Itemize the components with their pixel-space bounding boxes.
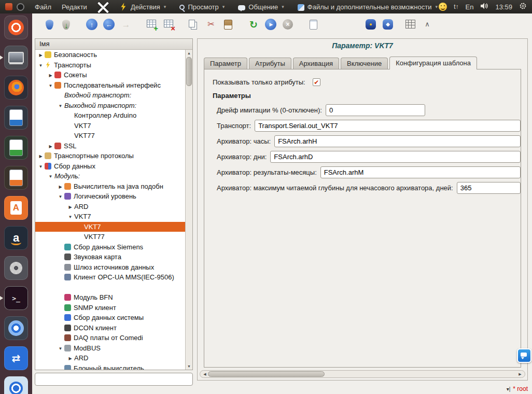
copy-item-icon[interactable]: [187, 18, 201, 31]
up-level-icon[interactable]: ↑: [85, 18, 99, 31]
tree-item[interactable]: ▼Модуль:: [35, 171, 186, 181]
delete-item-icon[interactable]: ×: [162, 18, 175, 31]
expander-icon[interactable]: ▼: [57, 192, 64, 202]
tab[interactable]: Архивация: [293, 58, 339, 69]
tree-item[interactable]: DCON клиент: [35, 323, 186, 333]
clear-icon[interactable]: [306, 18, 320, 31]
tree-item[interactable]: ▶Сокеты: [35, 70, 186, 80]
launcher-item-desktop[interactable]: [4, 46, 28, 69]
chat-bubble-icon[interactable]: [516, 347, 530, 367]
menu-file[interactable]: Файл: [35, 3, 51, 11]
scroll-left-icon[interactable]: ◀: [201, 371, 208, 377]
expander-icon[interactable]: ▼: [47, 172, 54, 182]
tree-item[interactable]: Звуковая карта: [35, 252, 186, 262]
launcher-item-software-center[interactable]: [4, 196, 28, 220]
horizontal-scrollbar[interactable]: ◀ ▶: [200, 370, 525, 378]
start-periodic-icon[interactable]: ▶: [264, 18, 277, 31]
expander-icon[interactable]: ▶: [37, 50, 45, 61]
menu-files-extra[interactable]: Файлы и дополнительные возможности▾: [298, 3, 438, 11]
module-icon-1[interactable]: ●: [364, 18, 377, 31]
tree-item[interactable]: ▼Сбор данных: [35, 161, 186, 172]
scroll-thumb[interactable]: [208, 371, 325, 377]
expander-icon[interactable]: ▶: [57, 182, 64, 192]
stop-periodic-icon[interactable]: ×: [281, 18, 295, 31]
field-input[interactable]: [255, 120, 521, 132]
tree-item[interactable]: Блочный вычислитель: [35, 363, 186, 370]
menu-view[interactable]: Просмотр▾: [179, 3, 225, 11]
launcher-item-firefox[interactable]: [4, 76, 28, 100]
scroll-thumb[interactable]: [186, 57, 192, 86]
window-indicator-icon[interactable]: [17, 3, 24, 11]
tree-item[interactable]: ▶Безопасность: [35, 50, 186, 60]
tree-item[interactable]: Сбор данных системы: [35, 313, 186, 323]
launcher-item-impress[interactable]: [4, 166, 28, 190]
tree-item[interactable]: Сбор данных Siemens: [35, 242, 186, 252]
table-view-icon[interactable]: [403, 17, 417, 31]
launcher-item-ubuntu[interactable]: [4, 16, 28, 39]
toolbar-collapse-icon[interactable]: ∧: [421, 17, 434, 31]
tree-item[interactable]: SNMP клиент: [35, 303, 186, 313]
expander-icon[interactable]: ▼: [37, 162, 45, 172]
expander-icon[interactable]: ▶: [47, 71, 54, 81]
window-app-icon[interactable]: [5, 3, 12, 10]
field-input[interactable]: [457, 182, 521, 194]
tree-item[interactable]: VKT77: [35, 131, 186, 141]
tree-item[interactable]: Шлюз источников данных: [35, 262, 186, 273]
expander-icon[interactable]: ▼: [47, 81, 54, 91]
menu-actions[interactable]: Действия▾: [119, 3, 166, 11]
tree-item[interactable]: VKT7: [35, 222, 186, 232]
launcher-item-calc[interactable]: [4, 136, 28, 160]
launcher-item-amazon[interactable]: [4, 226, 28, 250]
tree-item[interactable]: ▼Логический уровень: [35, 191, 186, 202]
attrs-only-checkbox[interactable]: ✔: [313, 78, 320, 86]
tree-filter-input[interactable]: [35, 373, 193, 386]
field-input[interactable]: [270, 151, 521, 163]
field-input[interactable]: [320, 166, 521, 178]
tree-item[interactable]: ▼Выходной транспорт:: [35, 101, 186, 111]
expander-icon[interactable]: ▼: [66, 212, 74, 222]
launcher-item-settings[interactable]: [4, 256, 28, 280]
back-icon[interactable]: ←: [102, 18, 116, 31]
tab[interactable]: Атрибуты: [249, 58, 291, 69]
scroll-up-icon[interactable]: ▲: [186, 50, 192, 57]
tree-item[interactable]: ▶Транспортные протоколы: [35, 151, 186, 161]
tree-item[interactable]: Входной транспорт:: [35, 90, 186, 101]
paste-item-icon[interactable]: [221, 18, 235, 31]
tree-header[interactable]: Імя: [35, 39, 192, 50]
tree-item[interactable]: ▼Последовательный интерфейс: [35, 80, 186, 91]
scroll-right-icon[interactable]: ▶: [516, 371, 524, 377]
expander-icon[interactable]: ▶: [66, 354, 74, 364]
launcher-item-writer[interactable]: [4, 106, 28, 130]
tree-item[interactable]: Контроллер Arduino: [35, 110, 186, 121]
expander-icon[interactable]: ▼: [57, 344, 64, 354]
menu-edit[interactable]: Редакти: [62, 3, 87, 11]
tab[interactable]: Параметр: [204, 58, 247, 69]
clock[interactable]: 13:59: [495, 3, 512, 11]
tree-item[interactable]: ▶Вычислитель на java подобн: [35, 181, 186, 192]
launcher-item-terminal[interactable]: [4, 286, 28, 310]
expander-icon[interactable]: ▼: [37, 61, 45, 71]
forward-icon[interactable]: →: [119, 18, 133, 31]
expander-icon[interactable]: ▶: [37, 151, 45, 162]
tree-item[interactable]: ▶SSL: [35, 141, 186, 151]
field-input[interactable]: [274, 135, 521, 147]
smiley-indicator-icon[interactable]: [439, 3, 447, 11]
tree-item[interactable]: VKT7: [35, 121, 186, 131]
tree-item[interactable]: VKT77: [35, 232, 186, 242]
expander-icon[interactable]: ▶: [66, 202, 74, 213]
load-db-icon[interactable]: [43, 18, 56, 31]
volume-icon[interactable]: [480, 3, 488, 11]
launcher-item-bottom[interactable]: [4, 376, 28, 394]
cut-item-icon[interactable]: ✂: [204, 18, 218, 31]
keyboard-layout-indicator[interactable]: En: [466, 3, 474, 11]
add-item-icon[interactable]: +: [145, 18, 158, 31]
tree-item[interactable]: ▼Транспорты: [35, 60, 186, 71]
launcher-item-chromium[interactable]: [4, 316, 28, 340]
menu-communication[interactable]: Общение▾: [238, 3, 284, 11]
save-db-icon[interactable]: ↓: [60, 18, 73, 31]
launcher-item-teamviewer[interactable]: [4, 346, 28, 370]
tree-item[interactable]: DAQ платы от Comedi: [35, 333, 186, 343]
tree-scrollbar[interactable]: ▲ ▼: [185, 50, 192, 370]
refresh-icon[interactable]: ↻: [247, 18, 260, 31]
tree-item[interactable]: Клиент OPC-UA MMS(IEC-9506): [35, 272, 186, 292]
